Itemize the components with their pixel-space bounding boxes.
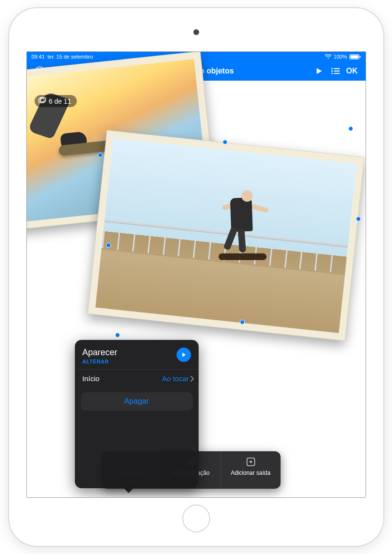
svg-rect-9	[334, 73, 340, 74]
status-time: 09:41	[32, 54, 45, 60]
svg-rect-5	[334, 68, 340, 69]
effect-name-label: Aparecer	[83, 348, 118, 358]
svg-rect-7	[334, 71, 340, 72]
done-button[interactable]: OK	[344, 67, 361, 75]
wifi-icon	[325, 54, 332, 59]
selection-handle[interactable]	[115, 333, 120, 337]
selection-handle[interactable]	[98, 153, 103, 157]
screen: 09:41 ter. 15 de setembro 100% Animar di…	[26, 51, 366, 498]
selection-handle[interactable]	[223, 140, 227, 145]
ipad-frame: 09:41 ter. 15 de setembro 100% Animar di…	[9, 8, 383, 546]
add-build-out-button[interactable]: Adicionar saída	[221, 451, 280, 489]
battery-percent: 100%	[333, 54, 347, 60]
play-button[interactable]	[311, 63, 327, 79]
home-button[interactable]	[182, 505, 210, 532]
slide-canvas[interactable]: 6 de 11	[27, 81, 366, 497]
selection-handle[interactable]	[348, 126, 353, 131]
build-options-popover: Aparecer ALTERAR Início Ao tocar	[75, 340, 199, 488]
svg-point-8	[331, 72, 333, 74]
delete-build-button[interactable]: Apagar	[81, 392, 193, 410]
slide-counter-label: 6 de 11	[49, 97, 71, 105]
slide-counter-badge[interactable]: 6 de 11	[35, 95, 77, 107]
device-camera	[193, 29, 199, 35]
selection-handle[interactable]	[356, 217, 361, 221]
selection-handle[interactable]	[106, 243, 111, 248]
svg-rect-1	[350, 55, 358, 59]
selection-handle[interactable]	[240, 320, 245, 325]
svg-point-6	[331, 70, 333, 72]
status-date: ter. 15 de setembro	[48, 54, 93, 60]
photo-object-2-selected[interactable]	[87, 130, 364, 341]
add-build-out-label: Adicionar saída	[231, 470, 271, 476]
chevron-right-icon	[190, 376, 194, 382]
svg-point-4	[331, 68, 333, 69]
slides-stack-icon	[38, 97, 46, 105]
build-out-icon	[245, 456, 256, 468]
change-effect-button[interactable]: ALTERAR	[83, 359, 118, 364]
svg-rect-2	[359, 56, 360, 58]
start-value: Ao tocar	[162, 374, 189, 383]
build-order-button[interactable]	[327, 63, 344, 79]
battery-icon	[349, 54, 361, 60]
start-label: Início	[83, 374, 100, 383]
start-row[interactable]: Início Ao tocar	[75, 369, 199, 387]
preview-play-button[interactable]	[177, 348, 191, 362]
selection-handle[interactable]	[366, 306, 366, 311]
